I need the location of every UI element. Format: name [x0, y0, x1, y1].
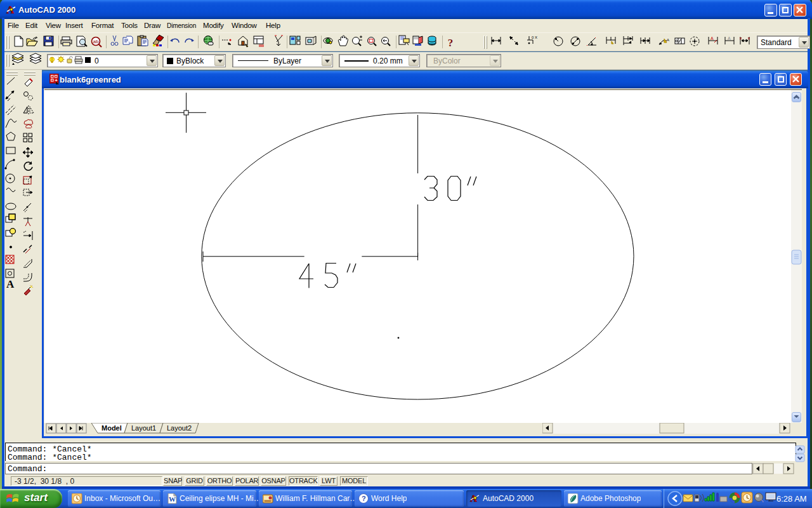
- svg-text:A: A: [710, 36, 714, 41]
- svg-text:0: 0: [95, 57, 99, 65]
- svg-text:W: W: [169, 495, 176, 503]
- svg-text:0 X: 0 X: [532, 36, 537, 39]
- svg-text:?: ?: [448, 37, 454, 49]
- svg-text:Model: Model: [102, 424, 122, 432]
- svg-text:Layout2: Layout2: [167, 424, 192, 432]
- svg-text:?: ?: [362, 495, 366, 502]
- svg-text:A: A: [728, 36, 731, 41]
- svg-text:A: A: [6, 278, 15, 290]
- svg-text:ab: ab: [93, 39, 99, 44]
- svg-text:A: A: [667, 38, 669, 42]
- svg-text:Layout1: Layout1: [131, 424, 156, 432]
